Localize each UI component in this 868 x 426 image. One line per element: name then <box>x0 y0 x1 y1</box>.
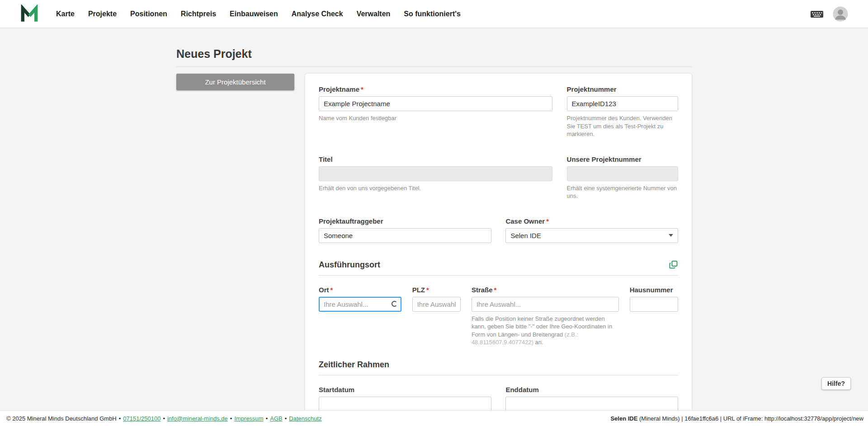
user-avatar[interactable] <box>833 6 848 22</box>
footer-separator: • <box>285 415 287 422</box>
keyboard-icon[interactable] <box>810 9 824 19</box>
impressum-link[interactable]: Impressum <box>234 415 263 422</box>
case-owner-label-text: Case Owner <box>505 217 545 225</box>
enddatum-input[interactable] <box>505 397 678 412</box>
projektnummer-input[interactable] <box>567 96 678 111</box>
section-ausfuehrungsort: Ausführungsort <box>319 260 678 276</box>
required-asterisk: * <box>361 85 363 93</box>
plz-label: PLZ* <box>412 286 461 294</box>
ort-label-text: Ort <box>319 286 329 294</box>
enddatum-label: Enddatum <box>505 386 678 393</box>
top-navbar: Karte Projekte Positionen Richtpreis Ein… <box>0 0 868 28</box>
copy-icon[interactable] <box>669 260 678 269</box>
row-location: Ort* PLZ* Straße* <box>319 286 678 346</box>
title-divider <box>176 66 692 67</box>
navbar-right <box>810 6 848 22</box>
titel-helper: Erhält den von uns vorgegebenen Titel. <box>319 184 552 192</box>
footer-right: Selen IDE (Mineral Minds) | 16fae1ffc6a6… <box>610 415 863 422</box>
projektauftraggeber-label: Projektauftraggeber <box>319 217 491 225</box>
projektnummer-label: Projektnummer <box>567 85 678 93</box>
nav-item-richtpreis[interactable]: Richtpreis <box>181 10 216 18</box>
strasse-label-text: Straße <box>472 286 493 294</box>
required-asterisk: * <box>330 286 333 294</box>
strasse-helper-end: an. <box>533 339 543 346</box>
logo-icon <box>20 5 39 23</box>
startdatum-input[interactable] <box>319 397 491 412</box>
row-titel: Titel Erhält den von uns vorgegebenen Ti… <box>319 155 678 200</box>
nav-item-so-funktionierts[interactable]: So funktioniert's <box>404 10 461 18</box>
strasse-input[interactable] <box>472 297 619 312</box>
nav-item-analyse-check[interactable]: Analyse Check <box>292 10 343 18</box>
projektname-label: Projektname* <box>319 85 552 93</box>
projektnummer-helper: Projektnummer des Kunden. Verwenden Sie … <box>567 114 678 138</box>
datenschutz-link[interactable]: Datenschutz <box>289 415 321 422</box>
projektname-label-text: Projektname <box>319 85 359 93</box>
titel-label: Titel <box>319 155 552 163</box>
case-owner-select[interactable]: Selen IDE <box>505 228 678 243</box>
case-owner-value: Selen IDE <box>510 232 541 239</box>
iframe-info: (Mineral Minds) | 16fae1ffc6a6 | URL of … <box>637 415 863 422</box>
nav-item-einbauweisen[interactable]: Einbauweisen <box>230 10 278 18</box>
projektname-helper: Name vom Kunden festlegbar <box>319 114 552 122</box>
ort-input[interactable] <box>319 297 401 312</box>
loading-spinner-icon <box>392 301 397 307</box>
nav-item-verwalten[interactable]: Verwalten <box>357 10 391 18</box>
chevron-down-icon <box>669 234 673 237</box>
footer-separator: • <box>163 415 165 422</box>
required-asterisk: * <box>426 286 429 294</box>
ausfuehrungsort-heading: Ausführungsort <box>319 260 380 270</box>
required-asterisk: * <box>546 217 549 225</box>
section-zeitlicher-rahmen: Zeitlicher Rahmen <box>319 360 678 375</box>
ort-label: Ort* <box>319 286 401 294</box>
row-auftraggeber: Projektauftraggeber Case Owner* Selen ID… <box>319 217 678 243</box>
mineral-minds-logo[interactable] <box>20 5 39 23</box>
page-title: Neues Projekt <box>176 47 692 66</box>
hausnummer-label: Hausnummer <box>630 286 678 294</box>
strasse-helper-main: Falls die Position keiner Straße zugeord… <box>472 315 612 338</box>
copyright-text: © 2025 Mineral Minds Deutschland GmbH <box>6 415 117 422</box>
unsere-projektnummer-input <box>567 166 678 181</box>
footer-left: © 2025 Mineral Minds Deutschland GmbH • … <box>6 415 322 422</box>
footer-separator: • <box>266 415 268 422</box>
agb-link[interactable]: AGB <box>270 415 282 422</box>
strasse-label: Straße* <box>472 286 619 294</box>
main-nav: Karte Projekte Positionen Richtpreis Ein… <box>56 10 461 18</box>
unsere-projektnummer-helper: Erhält eine systemgenerierte Nummer von … <box>567 184 678 200</box>
projektauftraggeber-input[interactable] <box>319 228 491 243</box>
titel-input <box>319 166 552 181</box>
plz-label-text: PLZ <box>412 286 425 294</box>
zur-projektuebersicht-button[interactable]: Zur Projektübersicht <box>176 74 294 90</box>
row-dates: Startdatum Enddatum <box>319 386 678 412</box>
row-projektname: Projektname* Name vom Kunden festlegbar … <box>319 85 678 138</box>
strasse-helper: Falls die Position keiner Straße zugeord… <box>472 315 619 346</box>
footer-separator: • <box>119 415 121 422</box>
email-link[interactable]: info@mineral-minds.de <box>167 415 228 422</box>
startdatum-label: Startdatum <box>319 386 491 393</box>
phone-link[interactable]: 07151/250100 <box>123 415 160 422</box>
right-column: Projektname* Name vom Kunden festlegbar … <box>305 74 692 426</box>
footer: © 2025 Mineral Minds Deutschland GmbH • … <box>0 410 868 426</box>
footer-separator: • <box>230 415 232 422</box>
case-owner-label: Case Owner* <box>505 217 678 225</box>
plz-input[interactable] <box>412 297 461 312</box>
nav-item-karte[interactable]: Karte <box>56 10 75 18</box>
nav-item-positionen[interactable]: Positionen <box>130 10 167 18</box>
hausnummer-input[interactable] <box>630 297 678 312</box>
left-column: Zur Projektübersicht <box>176 74 305 90</box>
session-user: Selen IDE <box>610 415 637 422</box>
hilfe-button[interactable]: Hilfe? <box>821 377 851 390</box>
unsere-projektnummer-label: Unsere Projektnummer <box>567 155 678 163</box>
project-form-card: Projektname* Name vom Kunden festlegbar … <box>305 74 692 425</box>
nav-item-projekte[interactable]: Projekte <box>88 10 117 18</box>
main-content: Neues Projekt Zur Projektübersicht Proje… <box>0 28 868 426</box>
zeitlicher-rahmen-heading: Zeitlicher Rahmen <box>319 360 389 370</box>
required-asterisk: * <box>494 286 497 294</box>
projektname-input[interactable] <box>319 96 552 111</box>
